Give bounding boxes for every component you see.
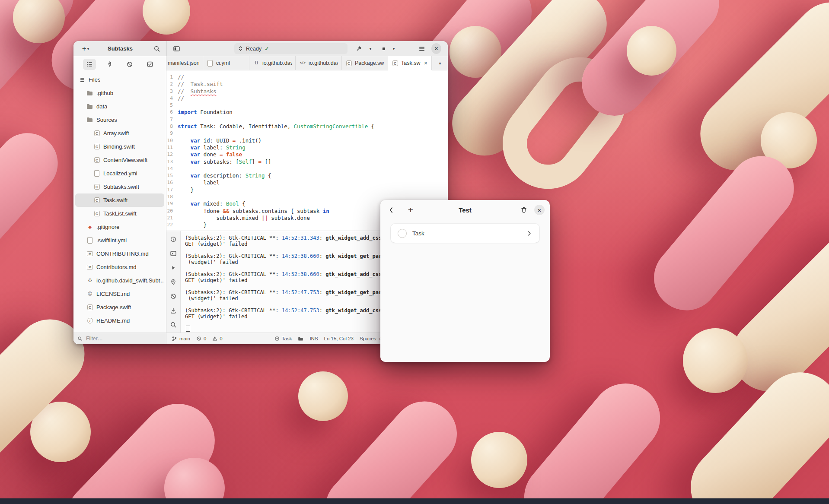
diagnostics-tab[interactable] (123, 59, 136, 70)
file-tree-item[interactable]: C TaskList.swift (75, 207, 164, 220)
file-icon (79, 76, 86, 83)
file-tree-item[interactable]: Localized.yml (75, 167, 164, 180)
file-icon: C (93, 210, 100, 217)
build-targets-tab[interactable] (103, 59, 116, 70)
add-task-button[interactable]: + (405, 204, 417, 216)
indentation-setting[interactable]: Spaces: 4 (360, 336, 382, 341)
task-checkbox[interactable] (398, 229, 407, 238)
file-name: Files (89, 76, 100, 83)
file-name: Subtasks.swift (103, 184, 139, 190)
task-row[interactable]: Task (391, 224, 539, 243)
file-type-icon: </> (299, 60, 306, 67)
status-info-button[interactable] (168, 234, 179, 244)
line-number: 3 (166, 88, 178, 95)
run-target[interactable]: Task (274, 336, 292, 341)
insert-mode-indicator[interactable]: INS (309, 336, 318, 341)
chevron-left-icon (388, 206, 395, 214)
file-tree: Files .github data Sources C Array.swift (73, 72, 166, 333)
file-name: Package.swift (96, 304, 131, 311)
file-tree-item[interactable]: C Task.swift (75, 193, 164, 207)
line-number: 1 (166, 74, 178, 81)
wallpaper-pill (627, 26, 676, 76)
main-menu-button[interactable] (416, 43, 428, 54)
editor-tab[interactable]: C Package.swif (342, 56, 388, 70)
file-tree-item[interactable]: {} io.github.david_swift.Subt… (75, 274, 164, 287)
delete-button[interactable] (518, 204, 530, 216)
run-options-caret[interactable]: ▾ (390, 43, 398, 54)
search-button[interactable] (151, 43, 163, 54)
line-number: 21 (166, 215, 178, 222)
panel-toggle-button[interactable] (170, 43, 182, 54)
file-tree-item[interactable]: C Package.swift (75, 301, 164, 314)
file-tree-item[interactable]: C Array.swift (75, 127, 164, 140)
line-number: 11 (166, 144, 178, 151)
todo-tab[interactable] (143, 59, 156, 70)
location-pin-icon (170, 279, 177, 285)
file-tree-item[interactable]: .github (75, 86, 164, 100)
line-number: 8 (166, 123, 178, 130)
code-line: 2 // Task.swift (166, 81, 448, 88)
editor-tab[interactable]: </> io.github.dav (296, 56, 342, 70)
editor-tab[interactable]: {} io.github.dav (249, 56, 296, 70)
code-line: 18 (166, 193, 448, 200)
editor-tab[interactable]: manifest.json (166, 56, 203, 70)
code-line: 3 // Subtasks (166, 88, 448, 95)
tab-bar: manifest.json ci.yml {} io.github.dav </… (166, 56, 448, 70)
build-button[interactable] (353, 43, 365, 54)
file-icon (93, 170, 100, 177)
filter-input[interactable] (85, 335, 162, 342)
file-name: io.github.david_swift.Subt… (96, 277, 164, 284)
file-tree-item[interactable]: Sources (75, 113, 164, 127)
deploy-button[interactable] (168, 305, 179, 316)
code-text: label (178, 179, 220, 186)
build-options-caret[interactable]: ▾ (367, 43, 374, 54)
project-tree-tab[interactable] (83, 59, 96, 70)
editor-tab[interactable]: C Task.sw × (388, 56, 432, 70)
run-output-button[interactable] (168, 263, 179, 273)
project-folder-button[interactable] (298, 336, 303, 342)
diagnostics-button[interactable] (168, 291, 179, 301)
warning-count[interactable]: 0 (212, 336, 222, 341)
filter-bar[interactable] (73, 333, 166, 344)
file-tree-item[interactable]: © LICENSE.md (75, 287, 164, 301)
file-tree-item[interactable]: M Contributors.md (75, 260, 164, 274)
run-button[interactable] (379, 43, 389, 54)
branch-indicator[interactable]: main (172, 336, 190, 342)
file-name: Task.swift (103, 197, 128, 203)
back-button[interactable] (386, 204, 397, 216)
editor-tab[interactable]: ci.yml (203, 56, 249, 70)
line-number: 12 (166, 151, 178, 158)
file-tree-item[interactable]: data (75, 100, 164, 113)
tab-list-caret[interactable]: ▾ (432, 56, 448, 70)
window-close-button[interactable]: × (431, 43, 441, 54)
file-name: Binding.swift (103, 143, 135, 150)
file-tree-item[interactable]: i README.md (75, 314, 164, 327)
omnibar[interactable]: Ready ✓ (234, 43, 348, 54)
sidebar: Files .github data Sources C Array.swift (73, 56, 166, 344)
file-icon: C (86, 304, 93, 311)
window-close-button[interactable]: × (534, 205, 545, 215)
tab-close-icon[interactable]: × (424, 60, 428, 67)
file-icon: C (93, 157, 100, 164)
debug-button[interactable] (168, 277, 179, 287)
file-tree-item[interactable]: C Subtasks.swift (75, 180, 164, 193)
code-text: // Task.swift (178, 81, 223, 88)
cursor-position[interactable]: Ln 15, Col 23 (324, 336, 354, 341)
file-tree-item[interactable]: ◆ .gitignore (75, 220, 164, 234)
file-tree-item[interactable]: M CONTRIBUTING.md (75, 247, 164, 260)
file-tree-item[interactable]: C ContentView.swift (75, 153, 164, 167)
terminal-button[interactable] (168, 248, 179, 259)
close-icon: × (434, 45, 438, 53)
line-number: 16 (166, 179, 178, 186)
code-text: var description: String { (178, 172, 271, 179)
new-open-button[interactable]: + ▾ (77, 43, 94, 54)
file-tree-item[interactable]: C Binding.swift (75, 140, 164, 153)
file-tree-item[interactable]: Files (75, 73, 164, 86)
file-icon (86, 90, 93, 97)
info-icon (170, 236, 177, 243)
file-type-icon: C (392, 60, 399, 67)
search-panel-button[interactable] (168, 320, 179, 330)
error-count[interactable]: 0 (196, 336, 206, 341)
file-type-icon: {} (253, 60, 260, 67)
file-tree-item[interactable]: .swiftlint.yml (75, 234, 164, 247)
